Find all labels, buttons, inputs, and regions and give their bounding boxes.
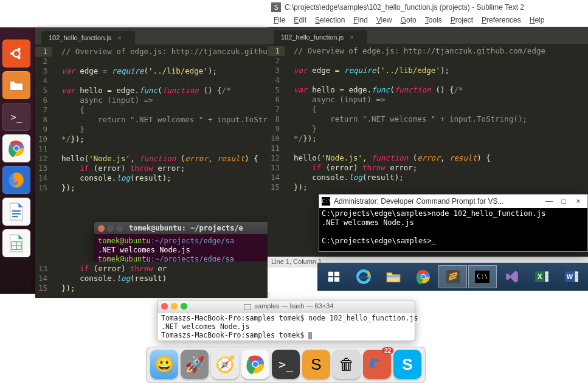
chrome-icon[interactable]	[2, 134, 30, 162]
tab-bar: 102_hello_function.js ×	[35, 27, 268, 44]
svg-point-3	[18, 57, 21, 60]
trash-icon[interactable]: 🗑	[333, 350, 361, 379]
svg-rect-9	[12, 213, 21, 214]
chrome-icon[interactable]	[241, 350, 269, 379]
visualstudio-icon[interactable]	[498, 265, 527, 288]
menu-goto[interactable]: Goto	[397, 15, 420, 27]
finder-icon[interactable]: 😀	[150, 350, 178, 379]
svg-rect-38	[374, 361, 384, 371]
menu-preferences[interactable]: Preferences	[478, 15, 525, 27]
svg-point-0	[13, 50, 20, 57]
tab-bar: 102_hello_function.js ×	[268, 27, 588, 44]
mac-dock: 😀🚀🧭>_S🗑22S	[146, 347, 426, 383]
close-icon[interactable]	[98, 225, 105, 232]
svg-rect-14	[328, 272, 333, 276]
svg-text:W: W	[566, 273, 573, 280]
minimize-icon[interactable]	[171, 303, 178, 310]
start-icon[interactable]	[320, 265, 348, 288]
libreoffice-writer-icon[interactable]	[2, 198, 30, 226]
menu-view[interactable]: View	[373, 15, 396, 27]
tab-label: 102_hello_function.js	[49, 34, 111, 41]
svg-rect-31	[575, 271, 578, 282]
sublime-icon: S	[271, 2, 281, 12]
status-text: Line 1, Column 1	[271, 258, 322, 265]
maximize-icon[interactable]	[181, 303, 187, 310]
cmd-window[interactable]: C:\ Administrator: Developer Command Pro…	[319, 194, 588, 252]
svg-point-6	[14, 146, 19, 151]
windows-taskbar: C:\ X W	[317, 263, 588, 291]
menu-bar: FileEditSelectionFindViewGotoToolsProjec…	[268, 15, 588, 27]
cmd-title-text: Administrator: Developer Command Prompt …	[334, 197, 503, 206]
menu-project[interactable]: Project	[447, 15, 477, 27]
skype-icon[interactable]: S	[393, 350, 421, 379]
cmd-icon[interactable]: C:\	[468, 265, 497, 288]
sublime-icon[interactable]: S	[302, 350, 330, 379]
svg-point-22	[421, 275, 425, 279]
mac-terminal[interactable]: samples — bash — 63×34 Tomaszs-MacBook-P…	[157, 300, 415, 341]
files-icon[interactable]	[2, 71, 30, 99]
svg-rect-16	[328, 277, 333, 282]
ubuntu-screenshot: >_ 102_hello_function.js × 1 // Overview…	[0, 27, 268, 294]
mac-terminal-titlebar[interactable]: samples — bash — 63×34	[157, 300, 415, 313]
terminal-titlebar[interactable]: tomek@ubuntu: ~/projects/e	[94, 222, 277, 234]
mac-terminal-body[interactable]: Tomaszs-MacBook-Pro:samples tomek$ node …	[157, 313, 415, 341]
close-icon[interactable]: ×	[572, 197, 585, 206]
mac-terminal-title: samples — bash — 63×34	[255, 302, 334, 310]
explorer-icon[interactable]	[379, 265, 408, 288]
tab-label: 102_hello_function.js	[281, 33, 344, 41]
maximize-icon[interactable]	[116, 225, 123, 232]
svg-rect-26	[545, 271, 548, 282]
svg-text:X: X	[538, 272, 542, 281]
cmd-icon: C:\	[322, 197, 330, 206]
svg-rect-17	[334, 277, 339, 282]
minimize-icon[interactable]: —	[542, 197, 556, 206]
terminal-title: tomek@ubuntu: ~/projects/e	[129, 224, 243, 232]
safari-icon[interactable]: 🧭	[211, 350, 239, 379]
launchpad-icon[interactable]: 🚀	[181, 350, 209, 379]
libreoffice-calc-icon[interactable]	[2, 229, 30, 257]
gnome-terminal[interactable]: tomek@ubuntu: ~/projects/e tomek@ubuntu:…	[94, 222, 277, 266]
excel-icon[interactable]: X	[527, 265, 556, 288]
menu-edit[interactable]: Edit	[290, 15, 310, 27]
close-icon[interactable]	[161, 303, 168, 310]
cmd-titlebar[interactable]: C:\ Administrator: Developer Command Pro…	[319, 195, 587, 208]
svg-point-36	[253, 362, 258, 367]
folder-icon	[244, 304, 251, 310]
menu-tools[interactable]: Tools	[421, 15, 446, 27]
unity-launcher: >_	[0, 36, 34, 260]
close-icon[interactable]: ×	[350, 33, 353, 41]
ubuntu-icon[interactable]	[2, 40, 30, 68]
svg-point-1	[10, 52, 13, 55]
terminal-icon[interactable]: >_	[272, 350, 300, 379]
sublime-icon[interactable]	[438, 265, 467, 288]
ie-icon[interactable]	[350, 265, 378, 288]
editor-tab[interactable]: 102_hello_function.js ×	[41, 31, 135, 44]
svg-rect-19	[387, 275, 400, 277]
menu-find[interactable]: Find	[350, 15, 371, 27]
code-area-linux[interactable]: 1 // Overview of edge.js: http://tjanczu…	[35, 44, 268, 195]
word-icon[interactable]: W	[557, 265, 586, 288]
terminal-icon[interactable]: >_	[2, 103, 30, 131]
svg-rect-15	[334, 272, 339, 276]
badge: 22	[382, 347, 393, 354]
window-titlebar[interactable]: S C:\projects\edge\samples\102_hello_fun…	[268, 0, 588, 15]
code-area-mac[interactable]: 13 if (error) throw er 14 console.log(re…	[35, 262, 268, 296]
virtualbox-icon[interactable]: 22	[363, 350, 391, 379]
menu-file[interactable]: File	[270, 15, 289, 27]
svg-rect-10	[12, 216, 18, 217]
menu-selection[interactable]: Selection	[311, 15, 348, 27]
close-icon[interactable]: ×	[117, 34, 121, 41]
cmd-body[interactable]: C:\projects\edge\samples>node 102_hello_…	[319, 208, 587, 251]
window-title: C:\projects\edge\samples\102_hello_funct…	[285, 3, 524, 12]
svg-rect-8	[12, 210, 21, 212]
svg-point-2	[18, 48, 21, 51]
minimize-icon[interactable]	[107, 225, 114, 232]
menu-help[interactable]: Help	[526, 15, 548, 27]
maximize-icon[interactable]: □	[557, 197, 570, 206]
chrome-icon[interactable]	[409, 265, 437, 288]
firefox-icon[interactable]	[2, 166, 30, 194]
sublime-editor-mac-fragment: 13 if (error) throw er 14 console.log(re…	[35, 262, 268, 298]
editor-tab[interactable]: 102_hello_function.js ×	[274, 30, 367, 44]
